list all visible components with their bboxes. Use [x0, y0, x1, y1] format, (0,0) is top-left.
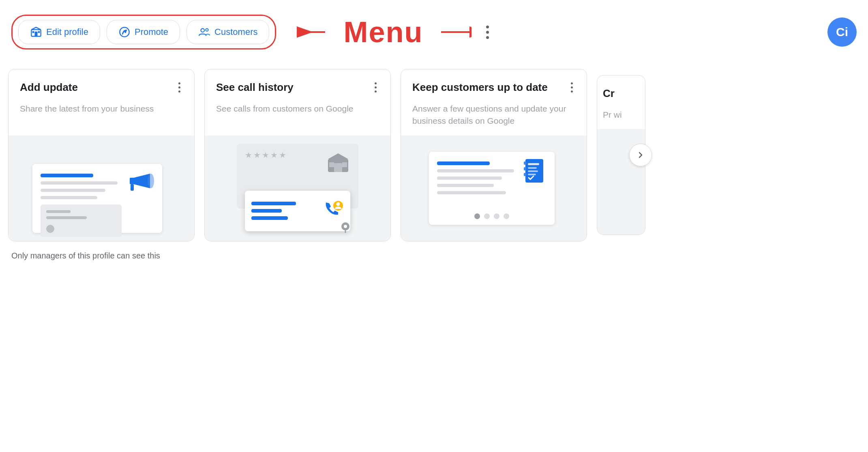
footer-note: Only managers of this profile can see th…: [8, 251, 860, 260]
partial-card-top: Cr Pr wi: [597, 75, 645, 129]
svg-rect-13: [131, 184, 134, 191]
phone-person-icon: [320, 198, 344, 224]
customers-label: Customers: [214, 27, 257, 37]
keep-customers-card: Keep customers up to date Answer a few q…: [401, 69, 587, 241]
svg-rect-24: [524, 167, 526, 170]
card-top-call: See call history See calls from customer…: [205, 69, 390, 136]
svg-point-6: [206, 28, 208, 31]
svg-rect-17: [342, 162, 347, 167]
menu-dot1: [178, 82, 180, 84]
store-icon-call: [326, 150, 350, 176]
svg-point-21: [344, 225, 347, 228]
see-call-history-card: See call history See calls from customer…: [204, 69, 391, 241]
gray-line-1: [41, 181, 118, 185]
svg-rect-27: [528, 167, 537, 169]
promote-icon: [118, 26, 131, 38]
call-title: See call history: [216, 81, 294, 95]
add-update-menu[interactable]: [176, 81, 183, 94]
menu-dot2: [178, 86, 180, 88]
call-lines-wrap: [251, 202, 315, 220]
keep-menu-dot1: [571, 82, 573, 84]
gray-line-3: [41, 196, 97, 199]
call-menu-dot2: [375, 86, 377, 88]
call-illus-wrap: ★★★★★: [221, 140, 375, 237]
svg-rect-23: [524, 161, 526, 165]
add-update-card: Add update Share the latest from your bu…: [8, 69, 195, 241]
call-blue-line1: [251, 202, 296, 205]
dot-inactive-1: [484, 213, 490, 219]
add-update-illustration: [9, 136, 194, 241]
call-illustration: ★★★★★: [205, 136, 390, 241]
dot-inactive-2: [494, 213, 499, 219]
dot-inactive-3: [504, 213, 509, 219]
notebook-icon: [521, 157, 547, 187]
update-illus-wrap: [24, 144, 178, 233]
main-button-group: Edit profile Promote: [11, 15, 276, 50]
keep-gray-2: [437, 176, 502, 180]
svg-rect-28: [528, 170, 538, 172]
svg-rect-3: [38, 31, 40, 33]
keep-title: Keep customers up to date: [412, 81, 548, 95]
keep-gray-3: [437, 184, 494, 187]
update-lines: [41, 174, 118, 199]
keep-menu[interactable]: [568, 81, 575, 94]
call-menu-dot3: [375, 90, 377, 93]
keep-menu-dot3: [571, 90, 573, 93]
add-update-desc: Share the latest from your business: [20, 103, 183, 115]
svg-rect-2: [32, 31, 34, 33]
keep-desc: Answer a few questions and update your b…: [412, 103, 575, 127]
add-update-title: Add update: [20, 81, 78, 95]
card-header-keep: Keep customers up to date: [412, 81, 575, 95]
top-bar: Edit profile Promote: [8, 8, 860, 56]
keep-gray-4: [437, 191, 506, 194]
call-desc: See calls from customers on Google: [216, 103, 379, 115]
stars-row: ★★★★★: [245, 150, 287, 160]
card-top-add-update: Add update Share the latest from your bu…: [9, 69, 194, 136]
blue-line-1: [41, 174, 93, 177]
svg-point-19: [336, 202, 340, 206]
card-header-call: See call history: [216, 81, 379, 95]
call-front-card: [245, 191, 350, 231]
keep-illustration: [401, 136, 587, 241]
partial-card-title: Cr: [603, 87, 639, 101]
keep-paper: [429, 152, 555, 225]
keep-pagination-dots: [474, 213, 509, 219]
arrow-right: [439, 24, 472, 40]
card-header-add-update: Add update: [20, 81, 183, 95]
dot2: [486, 31, 489, 34]
arrow-left: [295, 24, 327, 40]
svg-rect-1: [35, 32, 38, 37]
cards-row: Add update Share the latest from your bu…: [8, 69, 860, 241]
promote-button[interactable]: Promote: [107, 20, 180, 44]
dot3: [486, 36, 489, 39]
edit-profile-button[interactable]: Edit profile: [18, 20, 100, 44]
store-icon: [30, 26, 42, 38]
next-card-button[interactable]: [629, 144, 652, 166]
svg-rect-26: [528, 163, 539, 165]
megaphone-icon: [126, 170, 155, 198]
call-menu-dot1: [375, 82, 377, 84]
svg-rect-11: [130, 178, 135, 184]
avatar-initials: Ci: [836, 25, 848, 39]
call-menu[interactable]: [372, 81, 379, 94]
keep-lines: [437, 161, 514, 194]
svg-rect-29: [528, 174, 536, 175]
dot1: [486, 26, 489, 28]
customers-button[interactable]: Customers: [186, 20, 269, 44]
customers-icon: [198, 26, 210, 38]
call-blue-line3: [251, 216, 288, 220]
svg-point-12: [148, 174, 154, 188]
keep-gray-1: [437, 169, 514, 172]
keep-menu-dot2: [571, 86, 573, 88]
edit-profile-label: Edit profile: [46, 27, 88, 37]
call-blue-line2: [251, 209, 282, 213]
avatar[interactable]: Ci: [827, 17, 857, 47]
menu-dot3: [178, 90, 180, 93]
svg-rect-16: [329, 162, 334, 167]
svg-point-5: [201, 28, 205, 32]
svg-rect-15: [334, 163, 342, 172]
svg-rect-25: [524, 173, 526, 176]
top-three-dots-menu[interactable]: [486, 26, 489, 39]
partial-card-wrapper: Cr Pr wi: [597, 69, 645, 241]
keep-blue-line: [437, 161, 490, 165]
